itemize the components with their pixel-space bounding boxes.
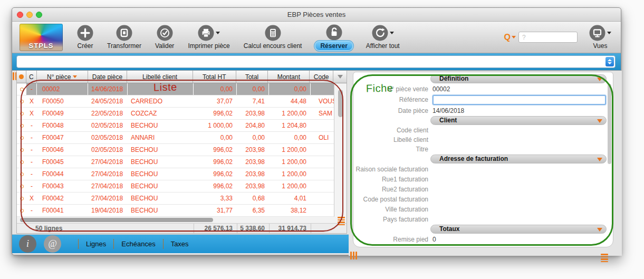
header-total[interactable]: Total bbox=[236, 71, 268, 83]
row-count: 50 lignes bbox=[17, 225, 128, 232]
titlebar[interactable]: EBP Pièces ventes bbox=[12, 8, 621, 22]
print-button[interactable]: Imprimer pièce bbox=[188, 25, 229, 50]
table-row[interactable]: - F00048 02/05/2018 BECHOU 1 000,00 204,… bbox=[17, 120, 347, 132]
status-ring-icon bbox=[20, 136, 24, 140]
row-total-ht-cell: 996,02 bbox=[194, 108, 237, 119]
date-value: 14/06/2018 bbox=[432, 107, 464, 114]
printer-icon bbox=[198, 25, 214, 41]
traffic-lights bbox=[17, 12, 42, 18]
row-c-cell: X bbox=[26, 95, 37, 107]
row-montant-cell: 1 200,00 bbox=[269, 156, 311, 168]
search-input[interactable] bbox=[518, 32, 578, 43]
pane-grip-icon[interactable] bbox=[350, 252, 357, 259]
row-num-cell: F00048 bbox=[37, 120, 88, 131]
tab[interactable]: Taxes bbox=[163, 239, 196, 249]
search-icon[interactable]: Q bbox=[504, 33, 511, 42]
header-total-ht[interactable]: Total HT bbox=[193, 71, 236, 83]
status-ring-icon bbox=[20, 160, 24, 164]
row-total-ht-cell: 37,07 bbox=[194, 95, 237, 107]
row-libelle-cell: COZCAZ bbox=[128, 108, 194, 119]
row-date-cell: 27/04/2018 bbox=[88, 168, 128, 180]
app-window: EBP Pièces ventes STPLS Créer Transforme… bbox=[12, 7, 621, 255]
table-row[interactable]: X F00042 27/04/2018 BECHOU 3,33 0,68 4,0… bbox=[17, 193, 347, 205]
table-row[interactable]: - F00047 02/05/2018 ANNARI 0,00 0,00 0,0… bbox=[17, 132, 347, 144]
close-button[interactable] bbox=[17, 12, 23, 18]
row-montant-cell: 44,48 bbox=[269, 95, 311, 107]
status-ring-icon bbox=[20, 172, 24, 176]
combo-stepper[interactable] bbox=[605, 57, 614, 66]
section-address[interactable]: Adresse de facturation bbox=[430, 155, 607, 163]
fiche-scrollbar-thumb[interactable] bbox=[608, 84, 611, 164]
resize-grip-icon[interactable] bbox=[601, 254, 608, 262]
row-date-cell: 02/05/2018 bbox=[88, 144, 128, 156]
views-button[interactable]: Vues bbox=[589, 25, 611, 50]
resize-grip-icon[interactable] bbox=[338, 217, 345, 225]
chevron-down-icon bbox=[390, 32, 394, 34]
table-row[interactable]: - F00045 27/04/2018 BECHOU 996,02 203,98… bbox=[17, 156, 347, 168]
table-body: - 00002 14/06/2018 0,00 0,00 0,00 bbox=[17, 83, 347, 217]
reference-input[interactable] bbox=[432, 95, 606, 105]
row-total-cell: 203,98 bbox=[237, 168, 269, 180]
table-row[interactable]: - F00043 27/04/2018 BECHOU 996,02 203,98… bbox=[17, 180, 347, 193]
app-logo-label: STPLS bbox=[20, 42, 63, 50]
row-num-cell: F00046 bbox=[37, 144, 88, 156]
header-montant[interactable]: Montant bbox=[268, 71, 310, 83]
table-row[interactable]: - F00046 02/05/2018 BECHOU 996,02 203,98… bbox=[17, 144, 347, 156]
app-logo: STPLS bbox=[20, 24, 63, 51]
row-total-ht-cell: 996,02 bbox=[194, 144, 237, 156]
header-num[interactable]: N° pièce bbox=[37, 71, 88, 83]
tab[interactable]: Echéances bbox=[113, 239, 162, 249]
row-code-cell: VOUS bbox=[311, 95, 334, 107]
bottom-tabbar: i @ Lignes Echéances Taxes bbox=[12, 234, 349, 253]
header-date[interactable]: Date pièce bbox=[88, 71, 128, 83]
header-libelle[interactable]: Libellé client bbox=[127, 71, 193, 83]
zoom-button[interactable] bbox=[36, 12, 42, 18]
field-cp: Code postal facturation bbox=[353, 194, 613, 204]
vertical-scrollbar-thumb[interactable] bbox=[338, 90, 343, 117]
row-total-cell: 203,98 bbox=[237, 144, 269, 156]
table-footer: 50 lignes 26 576,13 5 338,60 31 914,73 bbox=[17, 224, 347, 233]
at-icon[interactable]: @ bbox=[44, 235, 61, 253]
section-definition[interactable]: Définition bbox=[430, 74, 607, 83]
field-libelle-client: Libellé client bbox=[353, 135, 613, 145]
search-options-chevron-icon[interactable] bbox=[512, 36, 516, 39]
horizontal-scrollbar-thumb[interactable] bbox=[20, 218, 213, 222]
show-all-button[interactable]: Afficher tout bbox=[366, 25, 400, 50]
header-status[interactable] bbox=[17, 71, 26, 83]
info-icon[interactable]: i bbox=[19, 235, 36, 253]
horizontal-scrollbar[interactable] bbox=[17, 217, 347, 224]
row-total-ht-cell: 31,77 bbox=[194, 205, 237, 216]
transform-button[interactable]: Transformer bbox=[107, 25, 141, 50]
validate-button[interactable]: Valider bbox=[155, 25, 174, 50]
column-filter-button[interactable] bbox=[333, 71, 347, 83]
chevron-up-icon bbox=[608, 59, 612, 61]
row-libelle-cell: BECHOU bbox=[128, 180, 194, 192]
table-row[interactable]: - F00044 27/04/2018 BECHOU 996,02 203,98… bbox=[17, 168, 347, 180]
table-row[interactable]: X F00049 22/05/2018 COZCAZ 996,02 203,98… bbox=[17, 108, 347, 120]
section-totals[interactable]: Totaux bbox=[430, 225, 607, 234]
status-ring-icon bbox=[20, 185, 24, 188]
field-rue1: Rue1 facturation bbox=[353, 174, 613, 184]
minimize-button[interactable] bbox=[26, 12, 33, 18]
field-rue2: Rue2 facturation bbox=[353, 184, 613, 194]
table-row[interactable]: X F00050 24/05/2018 CARREDO 37,07 7,41 4… bbox=[17, 95, 347, 108]
lock-open-icon bbox=[326, 24, 342, 41]
status-ring-icon bbox=[20, 148, 24, 152]
outstanding-calc-button[interactable]: Calcul encours client bbox=[244, 25, 302, 50]
table-row[interactable]: - 00002 14/06/2018 0,00 0,00 0,00 bbox=[17, 83, 347, 95]
row-num-cell: F00045 bbox=[37, 156, 88, 168]
refresh-icon bbox=[372, 25, 388, 41]
monitor-icon bbox=[589, 25, 605, 41]
detail-pane: Définition N° pièce vente 00002 Référenc… bbox=[349, 71, 622, 256]
filter-combo[interactable] bbox=[16, 55, 616, 68]
create-button[interactable]: Créer bbox=[77, 25, 93, 50]
header-code[interactable]: Code bbox=[310, 71, 333, 83]
reserve-button[interactable]: Réserver bbox=[315, 24, 352, 50]
header-c[interactable]: C bbox=[26, 71, 37, 83]
row-date-cell: 14/06/2018 bbox=[88, 83, 128, 95]
section-client[interactable]: Client bbox=[430, 116, 607, 125]
tab[interactable]: Lignes bbox=[78, 239, 113, 249]
vertical-scrollbar[interactable] bbox=[334, 83, 347, 217]
row-montant-cell: 38,12 bbox=[269, 205, 311, 216]
table-row[interactable]: - F00041 19/04/2018 BECHOU 31,77 6,35 38… bbox=[17, 205, 347, 217]
